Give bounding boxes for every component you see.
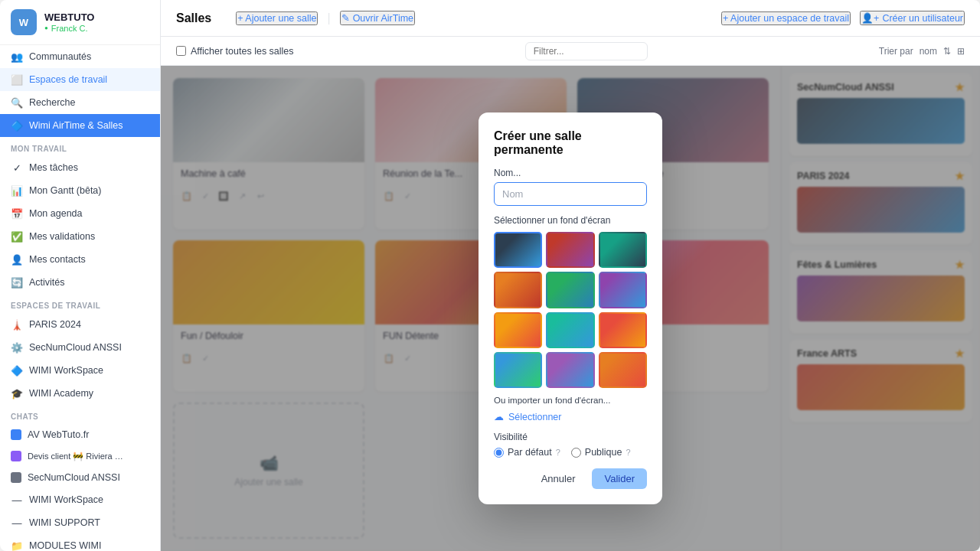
sidebar-item-wimi-ws-chat[interactable]: — WIMI WorkSpace (0, 488, 160, 511)
wallpaper-option-4[interactable] (494, 272, 542, 308)
filter-input[interactable] (525, 42, 648, 60)
toolbar: Afficher toutes les salles Trier par nom… (161, 37, 980, 66)
sidebar-item-secnum-chat[interactable]: SecNumCloud ANSSI (0, 467, 160, 488)
wallpaper-option-11[interactable] (546, 352, 594, 388)
avatar: W (11, 9, 37, 35)
wimi-ws-icon: 🔷 (11, 364, 23, 377)
wallpaper-option-8[interactable] (546, 312, 594, 348)
sidebar-item-contacts[interactable]: 👤 Mes contacts (0, 248, 160, 271)
chat-av-icon (11, 429, 21, 440)
airtime-link-icon: ✎ (341, 12, 350, 24)
sidebar-item-validations[interactable]: ✅ Mes validations (0, 225, 160, 248)
modal-title: Créer une salle permanente (494, 129, 647, 157)
header-actions: + Ajouter une salle | ✎ Ouvrir AirTime (236, 11, 415, 25)
modules-icon: 📁 (11, 540, 23, 551)
create-user-button[interactable]: 👤+ Créer un utilisateur (860, 11, 965, 25)
wallpaper-option-2[interactable] (546, 232, 594, 268)
radio-group-visibility: Par défaut ? Publique ? (494, 447, 647, 458)
sidebar: W WEBTUTO Franck C. 👥 Communautés ⬜ Espa… (0, 0, 161, 551)
mon-travail-label: MON TRAVAIL (0, 137, 160, 156)
taches-icon: ✓ (11, 161, 23, 174)
help-icon-default: ? (556, 448, 560, 457)
visibility-section: Visibilité Par défaut ? Publique ? (494, 432, 647, 458)
secnum-icon: ⚙️ (11, 341, 23, 354)
import-label: Ou importer un fond d'écran... (494, 396, 647, 405)
wallpaper-option-1[interactable] (494, 232, 542, 268)
main-content: Salles + Ajouter une salle | ✎ Ouvrir Ai… (161, 0, 980, 551)
wallpaper-option-7[interactable] (494, 312, 542, 348)
sort-direction-icon[interactable]: ⇅ (943, 46, 951, 57)
brand-name: WEBTUTO (44, 11, 94, 24)
sidebar-item-secnum[interactable]: ⚙️ SecNumCloud ANSSI (0, 336, 160, 359)
academy-icon: 🎓 (11, 387, 23, 399)
chat-devis-icon (11, 451, 21, 461)
espaces-icon: ⬜ (11, 73, 23, 86)
modal-footer: Annuler Valider (494, 468, 647, 489)
wallpaper-option-10[interactable] (494, 352, 542, 388)
upload-icon: ☁ (494, 411, 504, 422)
sidebar-item-activites[interactable]: 🔄 Activités (0, 271, 160, 294)
wallpaper-option-3[interactable] (599, 232, 647, 268)
sidebar-header: W WEBTUTO Franck C. (0, 0, 160, 45)
sidebar-item-agenda[interactable]: 📅 Mon agenda (0, 202, 160, 225)
chat-secnum-icon (11, 472, 21, 483)
chats-label: CHATS (0, 405, 160, 424)
agenda-icon: 📅 (11, 207, 23, 220)
modal-name-label: Nom... (494, 168, 647, 178)
grid-view-icon[interactable]: ⊞ (957, 46, 965, 57)
main-header: Salles + Ajouter une salle | ✎ Ouvrir Ai… (161, 0, 980, 37)
validations-icon: ✅ (11, 230, 23, 243)
page-title: Salles (176, 11, 211, 25)
paris-icon: 🗼 (11, 318, 23, 331)
wallpaper-grid (494, 232, 647, 389)
open-airtime-button[interactable]: ✎ Ouvrir AirTime (340, 11, 415, 25)
sidebar-item-gantt[interactable]: 📊 Mon Gantt (bêta) (0, 179, 160, 202)
help-icon-public: ? (626, 448, 630, 457)
add-room-button[interactable]: + Ajouter une salle (236, 11, 318, 25)
sidebar-item-espaces[interactable]: ⬜ Espaces de travail (0, 68, 160, 91)
sidebar-item-wimi-support[interactable]: — WIMI SUPPORT (0, 511, 160, 534)
modal-name-input[interactable] (494, 182, 647, 206)
show-all-rooms-checkbox[interactable] (176, 46, 186, 56)
wallpaper-option-5[interactable] (546, 272, 594, 308)
sidebar-item-paris2024[interactable]: 🗼 PARIS 2024 (0, 313, 160, 336)
sidebar-item-wimi-ws[interactable]: 🔷 WIMI WorkSpace (0, 359, 160, 382)
create-room-modal: Créer une salle permanente Nom... Sélect… (479, 112, 662, 505)
sidebar-item-communautes[interactable]: 👥 Communautés (0, 45, 160, 68)
show-all-rooms-label[interactable]: Afficher toutes les salles (176, 46, 294, 57)
sidebar-item-taches[interactable]: ✓ Mes tâches (0, 156, 160, 179)
sidebar-item-wimi-academy[interactable]: 🎓 WIMI Academy (0, 382, 160, 405)
brand-info: WEBTUTO Franck C. (44, 11, 94, 33)
sidebar-item-av-webtuto[interactable]: AV WebTuto.fr (0, 424, 160, 445)
modal-overlay: Créer une salle permanente Nom... Sélect… (161, 66, 980, 551)
gantt-icon: 📊 (11, 184, 23, 197)
chat-ws-icon: — (11, 494, 23, 506)
radio-default[interactable]: Par défaut ? (494, 447, 560, 458)
wallpaper-option-9[interactable] (599, 312, 647, 348)
contacts-icon: 👤 (11, 253, 23, 266)
chat-support-icon: — (11, 517, 23, 529)
sidebar-item-wimi-airtime[interactable]: 🔷 Wimi AirTime & Salles (0, 114, 160, 137)
communautes-icon: 👥 (11, 51, 23, 63)
content-area: Machine à café 📋 ✓ 🔲 ↗ ↩ Réunion de la T… (161, 66, 980, 551)
wallpaper-option-6[interactable] (599, 272, 647, 308)
activites-icon: 🔄 (11, 276, 23, 289)
user-plus-icon: 👤+ (861, 12, 879, 24)
espaces-label: ESPACES DE TRAVAIL (0, 294, 160, 313)
sidebar-item-devis[interactable]: Devis client 🚧 Riviera Cr... (0, 445, 160, 467)
import-wallpaper-button[interactable]: ☁ Sélectionner (494, 409, 647, 424)
wallpaper-option-12[interactable] (599, 352, 647, 388)
radio-public[interactable]: Publique ? (571, 447, 631, 458)
sidebar-item-recherche[interactable]: 🔍 Recherche (0, 91, 160, 114)
wallpaper-section-label: Sélectionner un fond d'écran (494, 215, 647, 226)
radio-public-input[interactable] (571, 448, 581, 458)
sidebar-item-modules[interactable]: 📁 MODULES WIMI (0, 534, 160, 551)
airtime-icon: 🔷 (11, 119, 23, 132)
sort-controls: Trier par nom ⇅ ⊞ (879, 46, 965, 57)
add-workspace-button[interactable]: + Ajouter un espace de travail (721, 11, 851, 25)
radio-default-input[interactable] (494, 448, 504, 458)
recherche-icon: 🔍 (11, 96, 23, 109)
cancel-button[interactable]: Annuler (532, 468, 585, 489)
header-right: + Ajouter un espace de travail 👤+ Créer … (721, 11, 965, 25)
validate-button[interactable]: Valider (592, 468, 647, 489)
